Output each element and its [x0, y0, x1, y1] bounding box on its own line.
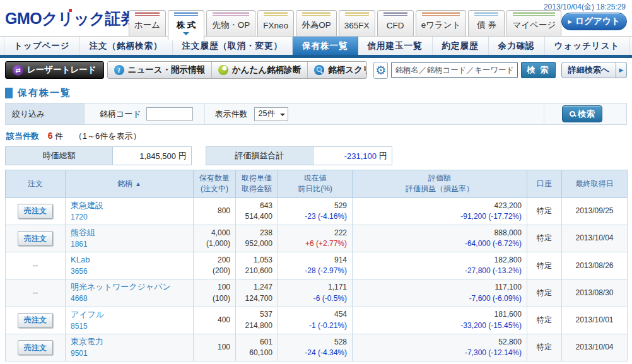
- acquisition-amount: 952,000: [241, 238, 272, 249]
- stock-code-link[interactable]: 4668: [71, 293, 188, 304]
- nav-item-信用建玉一覧[interactable]: 信用建玉一覧: [358, 37, 433, 55]
- market-value-box: 時価総額 1,845,500 円: [5, 146, 192, 165]
- cell-current: 1,171-6 (-0.5%): [278, 279, 353, 307]
- tab-label: FXneo: [263, 16, 288, 36]
- header-line1: 評価額: [354, 173, 525, 184]
- daily-change: -6 (-0.5%): [283, 293, 347, 304]
- valuation-amount: 52,800: [358, 337, 522, 348]
- valuation-pl: -91,200 (-17.72%): [358, 211, 522, 222]
- stock-search-input[interactable]: [391, 62, 518, 78]
- nav-item-ウォッチリスト[interactable]: ウォッチリスト: [545, 37, 630, 55]
- sell-order-button[interactable]: 売注文: [18, 204, 53, 219]
- tab-FXneo[interactable]: FXneo: [257, 10, 294, 36]
- valuation-pl: -64,000 (-6.72%): [358, 238, 522, 249]
- header-line1: 最終取得日: [564, 179, 625, 189]
- quantity-on-order: (100): [199, 293, 230, 304]
- laser-trade-button[interactable]: ⇄ レーザートレード: [5, 61, 104, 79]
- screening-button[interactable]: 銘柄スクリーニング: [308, 62, 367, 78]
- quantity-held: 400: [199, 315, 230, 326]
- daily-change: -24 (-4.34%): [283, 348, 347, 358]
- column-header-account: 口座: [527, 170, 562, 198]
- cell-current: 222+6 (+2.77%): [278, 225, 353, 252]
- sell-order-button[interactable]: 売注文: [18, 340, 53, 355]
- tab-stripe: [345, 12, 369, 16]
- column-header-name[interactable]: 銘柄▲: [66, 170, 194, 198]
- sell-order-button[interactable]: 売注文: [18, 313, 53, 328]
- acquisition-amount: 214,800: [241, 320, 272, 331]
- stock-code-input[interactable]: [146, 107, 193, 120]
- current-price: 454: [283, 309, 347, 320]
- stock-search-button[interactable]: 検 索: [521, 62, 556, 78]
- tab-外為OP[interactable]: 外為OP: [296, 10, 337, 36]
- cell-stock: 東急建設1720: [66, 197, 194, 225]
- nav-item-トップページ[interactable]: トップページ: [4, 37, 80, 55]
- cell-valuation: 423,200-91,200 (-17.72%): [353, 197, 527, 225]
- tab-マイページ[interactable]: マイページ: [506, 10, 561, 36]
- sell-order-button[interactable]: 売注文: [18, 231, 53, 246]
- diagnosis-button[interactable]: かんたん銘柄診断: [212, 62, 308, 78]
- cell-current: 454-1 (-0.21%): [278, 307, 353, 334]
- logout-arrow-icon: ▶: [568, 19, 572, 25]
- tab-株式[interactable]: 株 式: [168, 10, 204, 40]
- stock-name-link[interactable]: 明光ネットワークジャパン: [71, 281, 188, 293]
- stock-code-link[interactable]: 8515: [71, 321, 188, 332]
- search-settings-button[interactable]: ⚙: [373, 62, 388, 79]
- stock-name-link[interactable]: KLab: [71, 254, 188, 266]
- cell-current: 914-28 (-2.97%): [278, 252, 353, 279]
- news-button[interactable]: i ニュース・開示情報: [108, 62, 212, 78]
- tab-label: CFD: [383, 16, 408, 36]
- table-row: 売注文熊谷組18614,000(1,000)238952,000222+6 (+…: [6, 225, 628, 252]
- stock-code-link[interactable]: 3656: [71, 266, 188, 277]
- filter-search-button[interactable]: 検索: [562, 105, 602, 122]
- last-acquired-date: 2013/09/25: [575, 206, 613, 215]
- tab-label: 365FX: [344, 16, 370, 36]
- cell-account: 特定: [527, 334, 562, 361]
- stock-name-link[interactable]: 東急建設: [71, 200, 188, 212]
- tab-ホーム[interactable]: ホーム: [129, 10, 166, 36]
- cell-order: 売注文: [6, 307, 66, 334]
- current-price: 222: [283, 228, 347, 238]
- advanced-search-button[interactable]: 詳細検索へ: [561, 62, 616, 78]
- column-header-current: 現在値前日比(%): [278, 170, 353, 198]
- title-marker-icon: [5, 88, 13, 98]
- stock-name-link[interactable]: 東京電力: [71, 336, 188, 348]
- page-title-row: 保有株一覧: [5, 87, 627, 99]
- daily-change: -23 (-4.16%): [283, 211, 347, 222]
- market-value-unit: 円: [178, 150, 187, 161]
- nav-item-注文（銘柄検索）[interactable]: 注文（銘柄検索）: [80, 37, 173, 55]
- search-magnifier-icon: [570, 111, 575, 117]
- header-line1: 現在値: [280, 173, 350, 184]
- daily-change: -28 (-2.97%): [283, 266, 347, 276]
- quantity-held: 800: [199, 206, 230, 216]
- tab-債券[interactable]: 債 券: [468, 10, 505, 36]
- tab-先物・OP[interactable]: 先物・OP: [206, 10, 255, 36]
- valuation-pl: -33,200 (-15.45%): [358, 320, 522, 331]
- nav-item-保有株一覧[interactable]: 保有株一覧: [293, 37, 358, 55]
- valuation-pl: -7,600 (-6.09%): [358, 293, 522, 304]
- stock-code-link[interactable]: 1861: [71, 239, 188, 250]
- nav-item-余力確認[interactable]: 余力確認: [489, 37, 545, 55]
- cell-date: 2013/09/25: [562, 197, 628, 225]
- tab-CFD[interactable]: CFD: [377, 10, 414, 36]
- table-row: 売注文東京電力950110060160,100528-24 (-4.34%)52…: [6, 334, 628, 361]
- logout-button[interactable]: ▶ ログアウト: [561, 13, 627, 30]
- nav-item-約定履歴[interactable]: 約定履歴: [433, 37, 489, 55]
- cell-valuation: 888,000-64,000 (-6.72%): [353, 225, 527, 252]
- page-size-select[interactable]: 25件: [254, 107, 288, 121]
- acquisition-price: 643: [241, 201, 272, 211]
- stock-name-link[interactable]: 熊谷組: [71, 227, 188, 239]
- page-size-value: 25件: [259, 109, 275, 119]
- current-price: 528: [283, 337, 347, 348]
- valuation-amount: 182,800: [358, 255, 522, 266]
- tab-365FX[interactable]: 365FX: [339, 10, 375, 36]
- stock-name-link[interactable]: アイフル: [71, 309, 188, 321]
- account-type: 特定: [537, 233, 552, 242]
- cell-date: 2013/10/01: [562, 307, 628, 334]
- cell-stock: 明光ネットワークジャパン4668: [66, 279, 194, 307]
- tab-eワラント[interactable]: eワラント: [416, 10, 467, 36]
- advanced-search-arrow-button[interactable]: ▶: [616, 62, 627, 78]
- quantity-on-order: (200): [199, 266, 230, 276]
- cell-account: 特定: [527, 225, 562, 252]
- stock-code-link[interactable]: 9501: [71, 348, 188, 359]
- stock-code-link[interactable]: 1720: [71, 212, 188, 223]
